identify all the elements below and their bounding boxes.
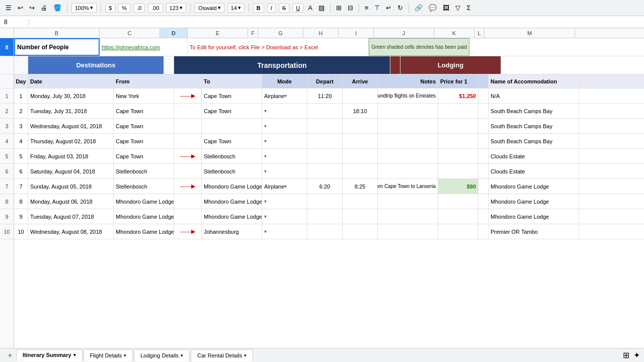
spreadsheet-link[interactable]: https://johnevafrica.com	[102, 44, 160, 50]
transportation-header: Transportation	[174, 56, 390, 74]
col-header-h[interactable]: H	[303, 28, 339, 38]
text-color-icon[interactable]: A	[306, 3, 314, 13]
from-cell: Stellenbosch	[114, 164, 174, 178]
row-num-2[interactable]: 2	[0, 104, 14, 119]
align-vertical-icon[interactable]: ⊤	[373, 3, 381, 13]
bold-button[interactable]: B	[253, 4, 264, 13]
decimal1-button[interactable]: .0	[133, 4, 145, 13]
paintbucket-icon[interactable]: 🪣	[52, 3, 63, 13]
row-num-6[interactable]: 6	[0, 164, 14, 179]
row-num-section[interactable]	[0, 56, 14, 74]
font-selector[interactable]: Oswald ▾	[195, 3, 224, 13]
print-icon[interactable]: 🖨	[39, 3, 49, 13]
tab-3[interactable]: Car Rental Details▾	[191, 349, 253, 361]
date-cell: Wednesday, August 08, 2018	[28, 224, 114, 239]
arrive-cell	[343, 209, 378, 224]
redo-icon[interactable]: ↪	[28, 3, 36, 13]
notes-cell: Flight from Cape Town to Lanseria	[378, 179, 438, 194]
day-col-empty	[14, 56, 28, 74]
divider	[409, 4, 409, 13]
number-format-button[interactable]: 123 ▾	[166, 3, 186, 13]
col-header-d[interactable]: D	[160, 28, 188, 38]
row-num-5[interactable]: 5	[0, 149, 14, 164]
tab-0[interactable]: Itinerary Summary▾	[16, 349, 83, 361]
borders-icon[interactable]: ⊞	[335, 3, 343, 13]
wrap-icon[interactable]: ↵	[384, 3, 393, 13]
from-cell: New York	[114, 88, 174, 103]
link-icon[interactable]: 🔗	[413, 3, 424, 13]
menu-icon[interactable]: ☰	[4, 3, 13, 13]
col-header-l[interactable]: L	[474, 28, 485, 38]
col-header-g[interactable]: G	[258, 28, 303, 38]
to-cell: Stellenbosch	[202, 149, 262, 163]
comment-icon[interactable]: 💬	[427, 3, 438, 13]
zoom-control[interactable]: 100% ▾	[71, 3, 97, 13]
empty-cell	[478, 88, 489, 103]
arrive-cell	[343, 134, 378, 148]
add-sheet-button[interactable]: +	[4, 349, 16, 361]
tab-dropdown-icon[interactable]: ▾	[124, 353, 126, 358]
col-header-f[interactable]: F	[248, 28, 258, 38]
align-left-icon[interactable]: ≡	[363, 3, 370, 13]
notes-cell	[378, 209, 438, 224]
accommodation-cell: Premier OR Tambo	[489, 224, 579, 239]
col-header-k[interactable]: K	[434, 28, 474, 38]
col-header-i[interactable]: I	[339, 28, 374, 38]
merge-icon[interactable]: ⊟	[346, 3, 355, 13]
link-cell[interactable]: https://johnevafrica.com	[100, 38, 188, 56]
tab-dropdown-icon[interactable]: ▾	[73, 352, 76, 357]
divider	[67, 4, 67, 13]
font-size-selector[interactable]: 14 ▾	[227, 3, 245, 13]
filter-icon[interactable]: ▽	[454, 3, 462, 13]
accommodation-label: Name of Accommodation	[489, 74, 579, 88]
col-header-b[interactable]: B	[14, 28, 100, 38]
percent-button[interactable]: %	[118, 4, 130, 13]
tab-2[interactable]: Lodging Details▾	[134, 349, 190, 361]
accommodation-cell: Clouds Estate	[489, 164, 579, 178]
notes-cell	[378, 119, 438, 133]
row-num-8b[interactable]: 8	[0, 194, 14, 209]
cell-reference[interactable]: 8	[4, 19, 29, 26]
underline-button[interactable]: U	[292, 4, 303, 13]
row-num-7[interactable]: 7	[0, 179, 14, 194]
rotate-icon[interactable]: ↻	[396, 3, 405, 13]
currency-button[interactable]: $	[105, 4, 115, 13]
tab-1[interactable]: Flight Details▾	[84, 349, 133, 361]
strikethrough-button[interactable]: S	[279, 4, 289, 13]
depart-cell	[307, 164, 343, 178]
row-num-4[interactable]: 4	[0, 134, 14, 149]
row-num-9[interactable]: 9	[0, 209, 14, 224]
decimal2-button[interactable]: .00	[148, 4, 163, 13]
from-cell: Mhondoro Game Lodge	[114, 224, 174, 239]
from-cell: Mhondoro Game Lodge	[114, 209, 174, 224]
depart-cell	[307, 104, 343, 118]
row-num-labels[interactable]	[0, 74, 14, 88]
font-value: Oswald	[198, 5, 217, 11]
row-num-8[interactable]: 8	[0, 38, 14, 56]
image-icon[interactable]: 🖼	[441, 3, 451, 13]
undo-icon[interactable]: ↩	[16, 3, 25, 13]
col-header-e[interactable]: E	[188, 28, 248, 38]
col-header-m[interactable]: M	[485, 28, 575, 38]
day-cell: 10	[14, 224, 28, 239]
notes-label: Notes	[378, 74, 438, 88]
explore-icon[interactable]: ✦	[633, 350, 640, 360]
row-num-3[interactable]: 3	[0, 119, 14, 134]
data-row-4: 4 Thursday, August 02, 2018 Cape Town Ca…	[14, 134, 644, 149]
row-num-10[interactable]: 10	[0, 224, 14, 239]
col-header-j[interactable]: J	[374, 28, 434, 38]
italic-button[interactable]: I	[267, 4, 276, 13]
row-num-1[interactable]: 1	[0, 88, 14, 104]
to-cell: Mhondoro Game Lodge	[202, 194, 262, 209]
mode-cell: ▾	[262, 209, 307, 224]
arrow-cell	[174, 209, 202, 224]
tab-dropdown-icon[interactable]: ▾	[181, 353, 183, 358]
sheets-icon[interactable]: ⊞	[623, 350, 629, 360]
col-header-c[interactable]: C	[100, 28, 160, 38]
functions-icon[interactable]: Σ	[465, 3, 472, 13]
zoom-value: 100%	[75, 5, 89, 11]
price-cell	[438, 134, 478, 148]
highlight-icon[interactable]: ▨	[317, 3, 326, 13]
depart-cell	[307, 209, 343, 224]
tab-dropdown-icon[interactable]: ▾	[244, 353, 247, 358]
